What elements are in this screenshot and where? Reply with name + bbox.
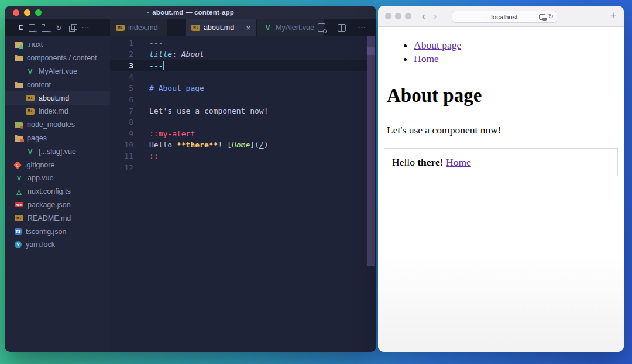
line-number: 11	[110, 150, 133, 162]
fullscreen-button[interactable]	[405, 13, 411, 19]
file-label: MyAlert.vue	[39, 67, 77, 75]
file-label: nuxt.config.ts	[28, 187, 71, 195]
file-label: about.md	[39, 94, 69, 102]
page-nav-list: About pageHome	[378, 39, 624, 66]
code-line: Let's use a component now!	[149, 105, 365, 116]
line-number: 1	[110, 37, 133, 49]
file-label: yarn.lock	[26, 241, 55, 249]
git-icon	[13, 160, 22, 169]
yarn-icon: Y	[15, 241, 22, 248]
file-row[interactable]: Vapp.vue	[5, 171, 110, 185]
file-row[interactable]: M↓index.md	[5, 105, 110, 118]
pages-folder-icon	[15, 136, 23, 142]
translate-icon[interactable]	[539, 14, 545, 20]
code-line	[149, 116, 365, 128]
markdown-icon: M↓	[116, 25, 125, 31]
address-bar[interactable]: localhost ↻	[452, 11, 557, 23]
close-tab-icon[interactable]: ×	[246, 23, 250, 32]
nuxt-folder-icon	[15, 42, 23, 48]
minimize-button[interactable]	[24, 9, 30, 16]
file-row[interactable]: npmpackage.json	[5, 198, 110, 212]
window-title: •about.md — content-app	[5, 9, 376, 16]
reload-icon[interactable]: ↻	[548, 13, 554, 20]
nav-list-item: About page	[414, 39, 624, 52]
line-number: 3	[110, 60, 133, 71]
vscode-titlebar: •about.md — content-app	[5, 6, 376, 19]
minimize-button[interactable]	[395, 13, 401, 19]
line-number: 10	[110, 139, 133, 150]
new-folder-icon[interactable]	[40, 23, 50, 32]
tab-label: MyAlert.vue	[276, 23, 314, 32]
code-line: title: About	[149, 49, 365, 60]
vue-icon: V	[26, 148, 35, 155]
new-tab-icon[interactable]: +	[610, 9, 616, 21]
code-line	[149, 162, 365, 173]
nav-link[interactable]: Home	[414, 53, 439, 64]
markdown-icon: M↓	[15, 215, 23, 221]
file-label: .gitignore	[25, 161, 54, 169]
fullscreen-button[interactable]	[35, 9, 42, 16]
file-label: app.vue	[28, 174, 53, 182]
typescript-icon: TS	[15, 228, 22, 235]
file-row[interactable]: Yyarn.lock	[5, 238, 110, 252]
alert-component: Hello there! Home	[384, 148, 618, 176]
page-paragraph: Let's use a component now!	[387, 124, 624, 136]
npm-icon: npm	[15, 202, 23, 207]
line-number: 8	[110, 116, 133, 128]
address-bar-icons: ↻	[539, 11, 554, 22]
home-link[interactable]: Home	[446, 156, 471, 169]
file-row[interactable]: content	[5, 78, 110, 91]
nav-list-item: Home	[414, 52, 624, 66]
file-row[interactable]: △nuxt.config.ts	[5, 185, 110, 198]
file-row[interactable]: pages	[5, 132, 110, 145]
file-row[interactable]: M↓README.md	[5, 211, 110, 225]
file-row[interactable]: .nuxt	[5, 38, 110, 51]
code-editor[interactable]: 123456789101112 ---title: About---# Abou…	[110, 36, 376, 352]
nav-link[interactable]: About page	[414, 39, 461, 51]
more-actions-icon[interactable]: ···	[81, 23, 90, 32]
file-label: components / content	[27, 54, 97, 62]
vscode-window: •about.md — content-app E ↻ ··· M↓index.…	[5, 6, 376, 352]
editor-tab[interactable]: M↓about.md×	[186, 19, 256, 36]
split-editor-icon[interactable]	[337, 23, 346, 32]
close-button[interactable]	[13, 9, 19, 16]
vue-icon: V	[26, 68, 35, 75]
collapse-folders-icon[interactable]	[67, 23, 77, 32]
file-row[interactable]: V[...slug].vue	[5, 145, 110, 158]
line-number: 12	[110, 162, 133, 173]
editor-actions: ···	[312, 19, 367, 36]
vue-icon: V	[263, 24, 272, 31]
folder-icon	[15, 56, 23, 61]
nuxt-icon: △	[15, 188, 23, 195]
back-icon[interactable]: ‹	[422, 11, 425, 21]
markdown-icon: M↓	[26, 108, 35, 115]
browser-toolbar: ‹ › localhost ↻ +	[378, 6, 624, 27]
file-row[interactable]: M↓about.md	[5, 91, 110, 105]
file-row[interactable]: .gitignore	[5, 158, 110, 171]
alert-bold-text: there	[417, 156, 440, 169]
line-number: 2	[110, 49, 133, 60]
refresh-icon[interactable]: ↻	[54, 23, 63, 32]
open-preview-icon[interactable]	[317, 23, 326, 32]
file-row[interactable]: TStsconfig.json	[5, 225, 110, 238]
file-label: pages	[27, 134, 47, 142]
file-label: .nuxt	[27, 40, 43, 49]
more-editor-actions-icon[interactable]: ···	[358, 23, 367, 32]
file-row[interactable]: VMyAlert.vue	[5, 65, 110, 78]
editor-tab[interactable]: M↓index.md	[110, 19, 167, 36]
line-numbers: 123456789101112	[110, 37, 133, 173]
code-line	[149, 71, 365, 83]
code-content: ---title: About---# About pageLet's use …	[149, 37, 365, 173]
file-row[interactable]: components / content	[5, 51, 110, 65]
scrollbar-thumb[interactable]	[367, 47, 375, 55]
close-button[interactable]	[385, 13, 391, 19]
file-row[interactable]: node_modules	[5, 118, 110, 132]
code-line: # About page	[149, 83, 365, 94]
new-file-icon[interactable]	[27, 23, 36, 32]
file-label: index.md	[39, 107, 68, 115]
url-text: localhost	[491, 13, 517, 20]
editor-scrollbar[interactable]	[367, 36, 375, 266]
edited-dot-icon: •	[147, 9, 149, 16]
code-line: Hello **there**! [Home](/)	[149, 139, 365, 150]
forward-icon[interactable]: ›	[434, 11, 437, 21]
